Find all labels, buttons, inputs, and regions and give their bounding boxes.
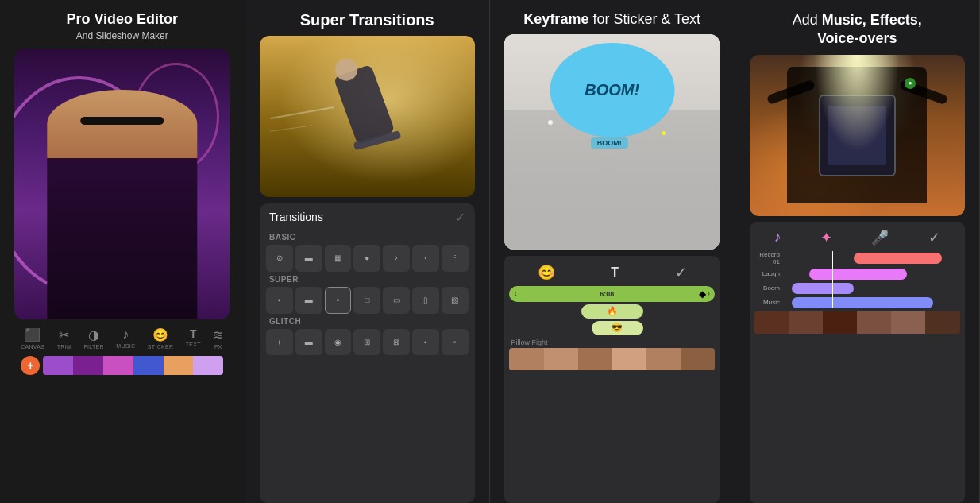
basic-icon-3[interactable]: ●	[353, 245, 380, 272]
super-icon-2[interactable]: ▬	[295, 287, 322, 314]
toolbar-trim[interactable]: ✂ TRIM	[57, 327, 71, 350]
basic-icon-1[interactable]: ▬	[295, 245, 322, 272]
skateboard	[353, 131, 402, 151]
kf-tool-icons: 😊 T ✓	[509, 261, 715, 286]
music-thumb-4	[857, 311, 891, 334]
timeline: +	[14, 353, 230, 378]
toolbar: ⬛ CANVAS ✂ TRIM ◑ FILTER ♪ MUSIC 😊 STICK…	[14, 324, 230, 353]
glitch-icon-5[interactable]: ⊠	[383, 329, 410, 356]
add-clip-button[interactable]: +	[21, 356, 40, 375]
record-track-area	[783, 253, 960, 264]
glitch-icons-grid: ⟨ ▬ ◉ ⊞ ⊠ ▪ ▫	[266, 329, 469, 356]
transitions-selector: Transitions ✓ BASIC ⊘ ▬ ▦ ● › ‹ ⋮ SUPER …	[260, 203, 475, 503]
timeline-thumb-4	[133, 356, 164, 375]
glitch-icon-3[interactable]: ◉	[325, 329, 352, 356]
timeline-thumb-6	[193, 356, 223, 375]
sticker-icon: 😊	[152, 327, 168, 342]
mic-icon[interactable]: 🎤	[871, 229, 889, 246]
super-icons-grid: ▪ ▬ ▫ □ ▭ ▯ ▨	[266, 287, 469, 314]
canvas-label: CANVAS	[21, 344, 44, 350]
transitions-label: Transitions	[269, 211, 323, 223]
timeline-thumb-3	[103, 356, 133, 375]
kf-photo-strip	[509, 348, 715, 370]
text-kf-icon[interactable]: T	[611, 265, 619, 280]
canvas-icon: ⬛	[25, 327, 41, 342]
kf-main-track: ‹ 6:08 ◆ ›	[509, 286, 715, 302]
boom-burst: BOOM!	[550, 43, 674, 137]
music-track-row: Music	[754, 297, 960, 308]
kf-thumb-2	[544, 348, 578, 370]
music-note-icon[interactable]: ♪	[774, 229, 781, 246]
panel-keyframe: Keyframe for Sticker & Text BOOM! BOOM! …	[490, 0, 735, 503]
timeline-thumb-1	[43, 356, 73, 375]
toolbar-text[interactable]: T TEXT	[186, 327, 201, 350]
glitch-section-label: GLITCH	[269, 317, 469, 326]
effects-sparkle-icon[interactable]: ✦	[820, 229, 832, 246]
super-icon-6[interactable]: ▯	[412, 287, 439, 314]
super-icon-4[interactable]: □	[353, 287, 380, 314]
pillow-fight-label: Pillow Fight	[509, 339, 715, 346]
music-thumb-2	[789, 311, 823, 334]
record-track-row: Record 01	[754, 251, 960, 265]
skater-body	[334, 64, 395, 145]
confetti-1	[548, 120, 553, 125]
toolbar-sticker[interactable]: 😊 STICKER	[148, 327, 173, 350]
camera-indicator: ●	[905, 78, 916, 89]
super-icon-1[interactable]: ▪	[266, 287, 293, 314]
glitch-icon-4[interactable]: ⊞	[353, 329, 380, 356]
laugh-track-area	[783, 269, 960, 280]
concert-bg: ●	[750, 55, 965, 216]
music-thumb-6	[925, 311, 959, 334]
music-check-icon[interactable]: ✓	[928, 229, 940, 246]
concert-image: ●	[750, 55, 965, 216]
kf-thumb-1	[509, 348, 543, 370]
basic-icon-none[interactable]: ⊘	[266, 245, 293, 272]
basic-section-label: BASIC	[269, 233, 469, 242]
kf-sunglasses-track: 😎	[592, 321, 643, 335]
boom-image: BOOM! BOOM!	[504, 34, 720, 250]
super-icon-5[interactable]: ▭	[383, 287, 410, 314]
smiley-kf-icon[interactable]: 😊	[538, 264, 555, 281]
keyframe-bold: Keyframe	[523, 11, 588, 27]
glitch-icon-1[interactable]: ⟨	[266, 329, 293, 356]
basic-icon-5[interactable]: ‹	[412, 245, 439, 272]
transitions-check-icon[interactable]: ✓	[455, 210, 465, 225]
basic-icon-6[interactable]: ⋮	[442, 245, 469, 272]
kf-arrow-right: ›	[708, 289, 710, 298]
trim-label: TRIM	[57, 344, 71, 350]
toolbar-fx[interactable]: ≋ FX	[213, 327, 223, 350]
glitch-icon-7[interactable]: ▫	[442, 329, 469, 356]
basic-icon-4[interactable]: ›	[383, 245, 410, 272]
music-photo-strip	[754, 311, 960, 334]
glitch-icon-6[interactable]: ▪	[412, 329, 439, 356]
super-icon-7[interactable]: ▨	[442, 287, 469, 314]
skater-head	[332, 56, 361, 84]
basic-icon-2[interactable]: ▦	[325, 245, 352, 272]
playhead-line	[832, 251, 833, 308]
glitch-icon-2[interactable]: ▬	[295, 329, 322, 356]
girl-bg	[14, 49, 230, 319]
text-icon: T	[190, 327, 197, 340]
super-icon-3[interactable]: ▫	[325, 287, 352, 314]
music-thumb-1	[754, 311, 789, 334]
kf-clip-label: 6:08	[517, 290, 697, 298]
toolbar-music[interactable]: ♪ MUSIC	[116, 327, 135, 350]
panel-video-editor: Pro Video Editor And Slideshow Maker ⬛ C…	[0, 0, 245, 503]
toolbar-filter[interactable]: ◑ FILTER	[83, 327, 103, 350]
add-text: Add	[793, 12, 822, 28]
kf-check-icon[interactable]: ✓	[675, 264, 687, 281]
kf-flame-track: 🔥	[581, 304, 643, 319]
toolbar-canvas[interactable]: ⬛ CANVAS	[21, 327, 44, 350]
music-label: MUSIC	[116, 343, 135, 349]
music-track-area	[783, 297, 960, 308]
kf-thumb-4	[612, 348, 646, 370]
kf-diamond-icon: ◆	[699, 288, 706, 300]
boom-track-bar	[792, 283, 854, 294]
kf-thumb-6	[681, 348, 715, 370]
keyframe-timeline: 😊 T ✓ ‹ 6:08 ◆ › 🔥 😎 Pillow Fight	[504, 256, 720, 503]
record-track-label: Record 01	[754, 251, 780, 265]
fx-label: FX	[214, 344, 222, 350]
panel-4-header: Add Music, Effects, Voice-overs	[780, 0, 935, 55]
laugh-track-bar	[809, 269, 906, 280]
panel-2-title: Super Transitions	[300, 11, 434, 29]
